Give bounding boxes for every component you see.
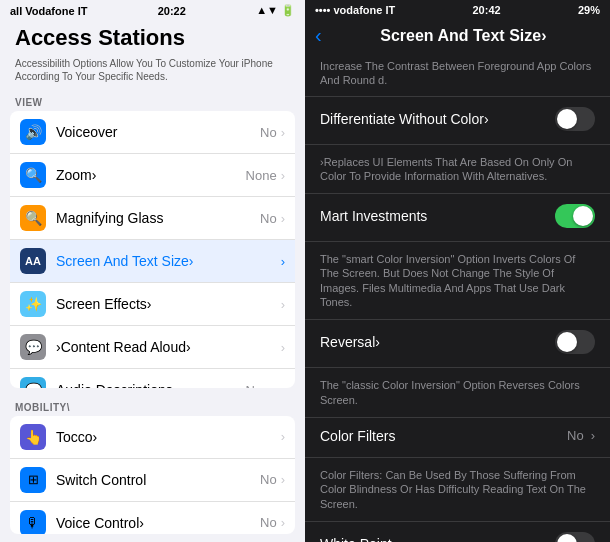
reversal-title: Reversal› [320,334,380,350]
back-button[interactable]: ‹ [315,24,322,47]
white-point-toggle[interactable] [555,532,595,542]
right-content: Increase The Contrast Between Foreground… [305,53,610,542]
left-subtitle: Accessibilith Options Allow You To Custo… [0,53,305,91]
voiceover-chevron: › [281,125,285,140]
right-time: 20:42 [473,4,501,16]
left-status-bar: all Vodafone IT 20:22 ▲▼ 🔋 [0,0,305,21]
mart-desc-text: The "smart Color Inversion" Option Inver… [320,252,595,309]
tocco-label: Tocco› [56,429,281,445]
right-item-mart[interactable]: Mart Investments [305,194,610,242]
menu-item-tocco[interactable]: 👆 Tocco› › [10,416,295,459]
mobility-menu-group: 👆 Tocco› › ⊞ Switch Control No › 🎙 Voice… [10,416,295,534]
zoom-value: None [246,168,277,183]
voice-control-chevron: › [281,515,285,530]
right-item-mart-desc: The "smart Color Inversion" Option Inver… [305,242,610,320]
magnifying-icon: 🔍 [20,205,46,231]
view-section-label: VIEW [0,91,305,111]
zoom-icon: 🔍 [20,162,46,188]
mart-toggle[interactable] [555,204,595,228]
right-item-diff-color-desc: ›Replaces UI Elements That Are Based On … [305,145,610,195]
left-time: 20:22 [158,5,186,17]
magnifying-chevron: › [281,211,285,226]
right-panel: •••• vodafone IT 20:42 29% ‹ Screen And … [305,0,610,542]
left-page-title: Access Stations [0,21,305,53]
diff-color-knob [557,109,577,129]
right-item-color-filters[interactable]: Color Filters No › [305,418,610,458]
white-point-title: White Point› [320,536,396,542]
diff-color-desc-text: ›Replaces UI Elements That Are Based On … [320,155,595,184]
color-filters-title: Color Filters [320,428,395,444]
switch-control-label: Switch Control [56,472,260,488]
right-nav-bar: ‹ Screen And Text Size› [305,20,610,53]
screen-text-label: Screen And Text Size› [56,253,281,269]
voiceover-label: Voiceover [56,124,260,140]
menu-item-zoom[interactable]: 🔍 Zoom› None › [10,154,295,197]
mart-title: Mart Investments [320,208,427,224]
voiceover-value: No [260,125,277,140]
reversal-toggle[interactable] [555,330,595,354]
magnifying-label: Magnifying Glass [56,210,260,226]
menu-item-content-read[interactable]: 💬 ›Content Read Aloud› › [10,326,295,369]
menu-item-audio-desc[interactable]: 💬 Audio Descriptions› None › [10,369,295,388]
left-carrier: all Vodafone IT [10,5,87,17]
white-point-knob [557,534,577,542]
top-partial-desc: Increase The Contrast Between Foreground… [305,53,610,97]
color-filters-chevron: › [591,428,595,443]
view-menu-group: 🔊 Voiceover No › 🔍 Zoom› None › 🔍 Magnif… [10,111,295,388]
screen-effects-label: Screen Effects› [56,296,281,312]
right-item-diff-color[interactable]: Differentiate Without Color› [305,97,610,145]
switch-control-icon: ⊞ [20,467,46,493]
right-item-reversal-desc: The "classic Color Inversion" Option Rev… [305,368,610,418]
color-filters-value: No [567,428,584,443]
menu-item-voice-control[interactable]: 🎙 Voice Control› No › [10,502,295,534]
screen-effects-chevron: › [281,297,285,312]
audio-desc-chevron: › [281,383,285,388]
switch-control-value: No [260,472,277,487]
left-panel: all Vodafone IT 20:22 ▲▼ 🔋 Access Statio… [0,0,305,542]
voice-control-icon: 🎙 [20,510,46,534]
voiceover-icon: 🔊 [20,119,46,145]
menu-item-screen-text[interactable]: AA Screen And Text Size› › [10,240,295,283]
screen-text-icon: AA [20,248,46,274]
menu-item-magnifying[interactable]: 🔍 Magnifying Glass No › [10,197,295,240]
magnifying-value: No [260,211,277,226]
tocco-icon: 👆 [20,424,46,450]
zoom-label: Zoom› [56,167,246,183]
right-item-color-filters-desc: Color Filters: Can Be Used By Those Suff… [305,458,610,522]
diff-color-title: Differentiate Without Color› [320,111,489,127]
menu-item-switch-control[interactable]: ⊞ Switch Control No › [10,459,295,502]
voice-control-value: No [260,515,277,530]
zoom-chevron: › [281,168,285,183]
right-battery: 29% [578,4,600,16]
tocco-chevron: › [281,429,285,444]
right-item-white-point[interactable]: White Point› [305,522,610,542]
right-item-reversal[interactable]: Reversal› [305,320,610,368]
mobility-section-label: MOBILITY\ [0,396,305,416]
color-filters-desc-text: Color Filters: Can Be Used By Those Suff… [320,468,595,511]
right-carrier: •••• vodafone IT [315,4,395,16]
diff-color-toggle[interactable] [555,107,595,131]
top-desc-text: Increase The Contrast Between Foreground… [320,59,595,88]
audio-desc-value: None [246,383,277,388]
content-read-chevron: › [281,340,285,355]
content-read-icon: 💬 [20,334,46,360]
left-battery: ▲▼ 🔋 [256,4,295,17]
audio-desc-icon: 💬 [20,377,46,388]
screen-effects-icon: ✨ [20,291,46,317]
content-read-label: ›Content Read Aloud› [56,339,281,355]
menu-item-voiceover[interactable]: 🔊 Voiceover No › [10,111,295,154]
reversal-desc-text: The "classic Color Inversion" Option Rev… [320,378,595,407]
menu-item-screen-effects[interactable]: ✨ Screen Effects› › [10,283,295,326]
mart-knob [573,206,593,226]
right-page-title: Screen And Text Size› [327,27,600,45]
voice-control-label: Voice Control› [56,515,260,531]
screen-text-chevron: › [281,254,285,269]
switch-control-chevron: › [281,472,285,487]
right-status-bar: •••• vodafone IT 20:42 29% [305,0,610,20]
audio-desc-label: Audio Descriptions› [56,382,246,388]
reversal-knob [557,332,577,352]
